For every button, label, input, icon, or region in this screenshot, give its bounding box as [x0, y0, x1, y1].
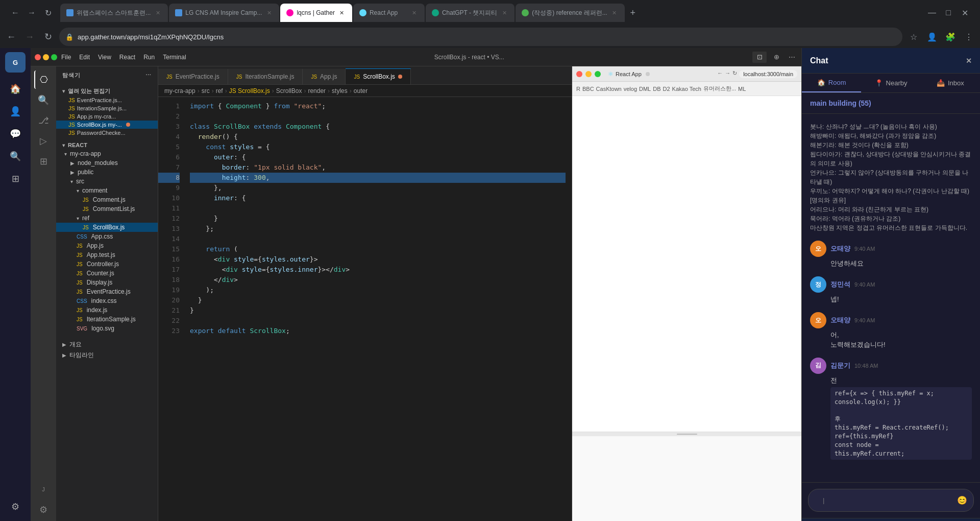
refresh-btn[interactable]: ↻: [41, 6, 55, 20]
vscode-max[interactable]: [51, 54, 57, 60]
tab-close[interactable]: ✕: [265, 9, 273, 17]
menu-btn[interactable]: ⋮: [962, 30, 976, 44]
open-file-password[interactable]: JS PasswordChecke...: [56, 129, 158, 137]
breadcrumb-item[interactable]: styles: [332, 87, 348, 94]
tree-item-src[interactable]: ▾ src: [56, 177, 158, 186]
preview-toolbar-item[interactable]: DML: [639, 86, 651, 92]
activity-explorer[interactable]: ⎔: [34, 70, 53, 89]
layout-btn[interactable]: ⊡: [752, 52, 767, 63]
refresh-nav-btn[interactable]: ↻: [41, 30, 55, 44]
preview-toolbar-item[interactable]: velog: [624, 86, 637, 92]
tab-close[interactable]: ✕: [610, 9, 619, 17]
preview-min-btn[interactable]: [585, 71, 592, 77]
tab-gather[interactable]: lqcns | Gather ✕: [280, 4, 352, 22]
editor-tab-iterationsample[interactable]: JS IterationSample.js: [228, 69, 303, 84]
gather-nav-profile[interactable]: 👤: [5, 519, 26, 521]
tree-item-comment[interactable]: ▾ comment: [56, 186, 158, 195]
menu-edit[interactable]: Edit: [79, 54, 90, 61]
tab-close[interactable]: ✕: [154, 9, 162, 17]
chat-input-field[interactable]: [815, 492, 957, 508]
menu-file[interactable]: File: [61, 54, 71, 61]
preview-toolbar-item[interactable]: 유머러스한...: [703, 85, 736, 92]
chat-nav-room[interactable]: 🏠 Room: [802, 74, 861, 92]
more-btn[interactable]: ⋯: [786, 52, 797, 63]
chat-messages[interactable]: 봇나: 산좌냐? 성냘 ㅡ대? (놀음이나 흑이 사용) 해방빠미: 애됩다, …: [802, 114, 980, 482]
extensions-btn[interactable]: 🧩: [943, 30, 958, 44]
forward-nav-btn[interactable]: →: [22, 30, 37, 44]
open-file-scrollbox[interactable]: JS ScrollBox.js my-...: [56, 121, 158, 129]
code-area[interactable]: 12345 678910 1112131415 1617181920 21222…: [158, 97, 572, 521]
tree-item-eventpracticejs[interactable]: JS EventPractice.js: [56, 287, 158, 296]
gather-nav-home[interactable]: 🏠: [5, 79, 26, 99]
tree-item-counterjs[interactable]: JS Counter.js: [56, 269, 158, 278]
menu-view[interactable]: View: [98, 54, 111, 61]
gather-nav-users[interactable]: 👤: [5, 101, 26, 122]
tree-item-commentjs[interactable]: JS Comment.js: [56, 195, 158, 204]
gather-nav-grid[interactable]: ⊞: [5, 169, 26, 189]
tab-close[interactable]: ✕: [338, 9, 346, 17]
tree-item-public[interactable]: ▶ public: [56, 168, 158, 177]
gather-nav-settings[interactable]: ⚙: [5, 496, 26, 517]
tree-item-mycraapp[interactable]: ▾ my-cra-app: [56, 149, 158, 158]
tab-chatgpt[interactable]: ChatGPT - 챗지피티 ✕: [426, 4, 514, 22]
minimize-btn[interactable]: —: [925, 6, 939, 20]
tab-close[interactable]: ✕: [500, 9, 508, 17]
tree-item-timeline[interactable]: ▶ 타임라인: [56, 350, 158, 361]
open-file-eventpractice[interactable]: JS EventPractice.js...: [56, 96, 158, 104]
activity-debug[interactable]: ▷: [34, 132, 53, 150]
activity-git[interactable]: ⎇: [34, 111, 53, 130]
tab-reference[interactable]: (작성중) reference 레퍼런... ✕: [516, 4, 624, 22]
activity-extensions[interactable]: ⊞: [34, 152, 53, 171]
close-window-btn[interactable]: ✕: [958, 6, 972, 20]
menu-run[interactable]: Run: [143, 54, 155, 61]
tree-item-appjs[interactable]: JS App.js: [56, 241, 158, 250]
vscode-min[interactable]: [43, 54, 49, 60]
preview-nav-refresh[interactable]: ↻: [732, 70, 737, 78]
tree-item-ref[interactable]: ▾ ref: [56, 214, 158, 223]
tree-item-controllerjs[interactable]: JS Controller.js: [56, 259, 158, 269]
preview-max-btn[interactable]: [595, 71, 601, 77]
breadcrumb-item[interactable]: JS ScrollBox.js: [229, 87, 270, 94]
tree-item-indexcss[interactable]: CSS index.css: [56, 296, 158, 305]
editor-tab-eventpractice[interactable]: JS EventPractice.js: [158, 69, 228, 84]
tree-item-indexjs[interactable]: JS index.js: [56, 305, 158, 315]
breadcrumb-item[interactable]: render: [308, 87, 326, 94]
vscode-close[interactable]: [35, 54, 41, 60]
preview-toolbar-item[interactable]: ML: [738, 86, 746, 92]
open-editors-header[interactable]: ▾ 열려 있는 편집기: [56, 86, 158, 96]
activity-settings[interactable]: ⚙: [34, 501, 53, 519]
breadcrumb-item[interactable]: ref: [216, 87, 223, 94]
tree-item-nodemodules[interactable]: ▶ node_modules: [56, 158, 158, 168]
editor-tab-appjs[interactable]: JS App.js: [303, 69, 346, 84]
split-btn[interactable]: ⊕: [771, 52, 782, 63]
maximize-btn[interactable]: □: [941, 6, 955, 20]
editor-tab-scrollbox[interactable]: JS ScrollBox.js: [346, 68, 410, 84]
back-nav-btn[interactable]: ←: [4, 30, 18, 44]
breadcrumb-item[interactable]: src: [202, 87, 210, 94]
tab-workspace[interactable]: 위랩스페이스 스마트훈련... ✕: [60, 4, 168, 22]
tab-close[interactable]: ✕: [410, 9, 419, 17]
chat-close-btn[interactable]: ✕: [966, 57, 972, 65]
open-file-app[interactable]: JS App.js my-cra...: [56, 112, 158, 121]
menu-react[interactable]: React: [119, 54, 135, 61]
tree-item-scrollboxjs[interactable]: JS ScrollBox.js: [56, 223, 158, 232]
tree-item-iterationsamplejs[interactable]: JS IterationSample.js: [56, 315, 158, 324]
tree-item-displayjs[interactable]: JS Display.js: [56, 278, 158, 287]
preview-toolbar-item[interactable]: R: [576, 86, 580, 92]
preview-toolbar-item[interactable]: D2: [663, 86, 670, 92]
back-btn[interactable]: ←: [8, 6, 22, 20]
breadcrumb-item[interactable]: my-cra-app: [164, 87, 195, 94]
preview-close-btn[interactable]: [576, 71, 582, 77]
tree-item-commentlistjs[interactable]: JS CommentList.js: [56, 204, 158, 214]
preview-toolbar-item[interactable]: BBC: [582, 86, 594, 92]
code-content[interactable]: import { Component } from "react"; class…: [184, 97, 572, 521]
react-header[interactable]: ▾ REACT: [56, 141, 158, 149]
profile-btn[interactable]: 👤: [925, 30, 939, 44]
forward-btn[interactable]: →: [24, 6, 39, 20]
tab-reactapp[interactable]: React App ✕: [353, 4, 425, 22]
preview-toolbar-item[interactable]: DB: [653, 86, 660, 92]
preview-url[interactable]: localhost:3000/main: [739, 70, 797, 78]
preview-toolbar-item[interactable]: Kakao Tech: [672, 86, 701, 92]
emoji-btn[interactable]: 😊: [957, 495, 967, 505]
open-file-iteration[interactable]: JS IterationSample.js...: [56, 104, 158, 112]
